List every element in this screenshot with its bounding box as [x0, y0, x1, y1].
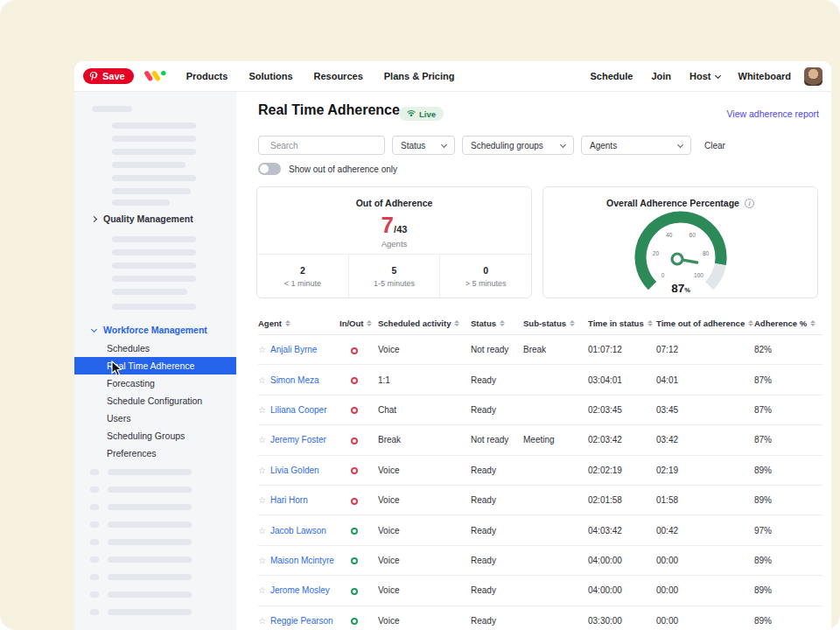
column-header-in-out[interactable]: In/Out — [340, 318, 378, 328]
agent-link[interactable]: ☆Anjali Byrne — [258, 345, 340, 354]
nav-item-solutions[interactable]: Solutions — [248, 71, 292, 81]
sidebar-item-users[interactable]: Users — [74, 410, 236, 427]
skeleton-bar — [112, 149, 196, 155]
agent-name: Jacob Lawson — [270, 526, 326, 536]
sidebar-item-quality-management[interactable]: Quality Management — [92, 214, 193, 224]
chevron-down-icon — [677, 141, 683, 147]
sidebar-item-scheduling-groups[interactable]: Scheduling Groups — [74, 427, 236, 444]
table-row: ☆Jeremy FosterBreakNot readyMeeting02:03… — [258, 425, 822, 455]
nav-item-join[interactable]: Join — [651, 71, 671, 81]
star-icon[interactable]: ☆ — [258, 435, 266, 444]
table-row: ☆Livia GoldenVoiceReady02:02:1902:1989% — [258, 456, 822, 486]
column-header-status[interactable]: Status — [471, 318, 523, 328]
star-icon[interactable]: ☆ — [258, 556, 266, 565]
view-adherence-report-link[interactable]: View adherence report — [727, 108, 819, 119]
clear-filters-button[interactable]: Clear — [704, 141, 725, 150]
table-row: ☆Jacob LawsonVoiceReady04:03:4200:4297% — [258, 515, 822, 545]
filter-dropdown-scheduling-groups[interactable]: Scheduling groups — [462, 136, 574, 155]
skeleton-bar — [108, 539, 192, 545]
sort-icon[interactable] — [648, 320, 653, 327]
avatar[interactable] — [804, 67, 822, 86]
sidebar-item-label: Schedule Configuration — [107, 396, 202, 406]
dropdown-label: Agents — [590, 141, 617, 150]
agent-link[interactable]: ☆Reggie Pearson — [258, 616, 340, 626]
star-icon[interactable]: ☆ — [258, 526, 266, 536]
sort-icon[interactable] — [500, 320, 505, 327]
overall-adherence-card: Overall Adherence Percentage i 020406080… — [542, 186, 818, 298]
agent-name: Reggie Pearson — [270, 616, 333, 626]
nav-item-plans-pricing[interactable]: Plans & Pricing — [384, 71, 455, 81]
sort-icon[interactable] — [454, 320, 459, 327]
filter-dropdown-status[interactable]: Status — [392, 136, 455, 155]
sort-icon[interactable] — [367, 320, 372, 327]
out-of-adherence-dot — [351, 347, 358, 354]
star-icon[interactable]: ☆ — [258, 466, 266, 475]
agent-link[interactable]: ☆Jacob Lawson — [258, 526, 340, 536]
nav-item-resources[interactable]: Resources — [314, 71, 363, 81]
gauge-hub — [672, 254, 682, 264]
sidebar-item-workforce-management[interactable]: Workforce Management — [92, 325, 207, 335]
inout-cell — [340, 435, 378, 444]
out-of-adherence-toggle[interactable] — [258, 163, 281, 175]
agent-link[interactable]: ☆Livia Golden — [258, 466, 340, 475]
column-header-time-out-of-adherence[interactable]: Time out of adherence — [656, 318, 754, 328]
column-header-adherence[interactable]: Adherence % — [754, 318, 822, 328]
sidebar-item-schedule-configuration[interactable]: Schedule Configuration — [74, 392, 236, 410]
in-adherence-dot — [351, 528, 358, 535]
breakdown-1-5-minutes: 51-5 minutes — [348, 255, 440, 298]
search-input-wrapper[interactable] — [258, 136, 385, 155]
dropdown-label: Status — [401, 141, 425, 150]
page-title: Real Time Adherence — [258, 102, 400, 118]
sidebar-item-real-time-adherence[interactable]: Real Time Adherence — [74, 357, 236, 374]
sidebar-item-preferences[interactable]: Preferences — [74, 444, 236, 462]
skeleton-bar — [90, 556, 99, 563]
agent-link[interactable]: ☆Jeremy Foster — [258, 435, 340, 444]
gauge-tick-label: 60 — [689, 232, 696, 238]
column-header-sub-status[interactable]: Sub-status — [523, 318, 588, 328]
out-count: 7 — [382, 212, 394, 238]
sidebar-item-schedules[interactable]: Schedules — [74, 340, 236, 357]
activity-cell: 1:1 — [378, 375, 471, 385]
nav-item-host[interactable]: Host — [690, 71, 719, 81]
out-of-adherence-count: 7/43 — [257, 212, 531, 239]
skeleton-bar — [90, 486, 99, 493]
adherence-cell: 87% — [754, 375, 822, 385]
monday-logo-icon[interactable] — [144, 67, 167, 85]
out-of-adherence-dot — [351, 407, 358, 414]
agent-name: Livia Golden — [270, 466, 319, 475]
agent-link[interactable]: ☆Simon Meza — [258, 375, 340, 385]
filter-dropdown-agents[interactable]: Agents — [581, 136, 691, 155]
info-icon[interactable]: i — [745, 199, 754, 208]
nav-item-products[interactable]: Products — [186, 71, 228, 81]
inout-cell — [340, 495, 378, 505]
agent-link[interactable]: ☆Hari Horn — [258, 495, 340, 505]
pinterest-save-button[interactable]: Save — [83, 68, 134, 84]
star-icon[interactable]: ☆ — [258, 375, 266, 385]
star-icon[interactable]: ☆ — [258, 495, 266, 505]
sidebar-item-forecasting[interactable]: Forecasting — [74, 374, 236, 392]
breakdown-value: 5 — [392, 265, 397, 276]
column-header-agent[interactable]: Agent — [258, 318, 340, 328]
status-cell: Ready — [471, 405, 523, 415]
star-icon[interactable]: ☆ — [258, 345, 266, 354]
search-input[interactable] — [270, 141, 386, 150]
table-row: ☆Maison McintyreVoiceReady04:00:0000:008… — [258, 546, 822, 576]
star-icon[interactable]: ☆ — [258, 585, 266, 595]
nav-item-whiteboard[interactable]: Whiteboard — [738, 71, 792, 81]
agent-link[interactable]: ☆Liliana Cooper — [258, 405, 340, 415]
sort-icon[interactable] — [810, 320, 816, 327]
sort-icon[interactable] — [570, 320, 575, 327]
activity-cell: Voice — [378, 466, 471, 475]
column-header-time-in-status[interactable]: Time in status — [588, 318, 656, 328]
agent-link[interactable]: ☆Jerome Mosley — [258, 585, 340, 595]
agent-link[interactable]: ☆Maison Mcintyre — [258, 556, 340, 565]
column-header-scheduled-activity[interactable]: Scheduled activity — [378, 318, 471, 328]
table-row: ☆Liliana CooperChatReady02:03:4503:4587% — [258, 396, 822, 425]
sort-icon[interactable] — [285, 320, 290, 327]
nav-item-schedule[interactable]: Schedule — [591, 71, 634, 81]
table-row: ☆Simon Meza1:1Ready03:04:0104:0187% — [258, 365, 822, 395]
adherence-cell: 89% — [754, 495, 822, 505]
sort-icon[interactable] — [748, 320, 753, 327]
star-icon[interactable]: ☆ — [258, 616, 266, 626]
star-icon[interactable]: ☆ — [258, 405, 266, 415]
